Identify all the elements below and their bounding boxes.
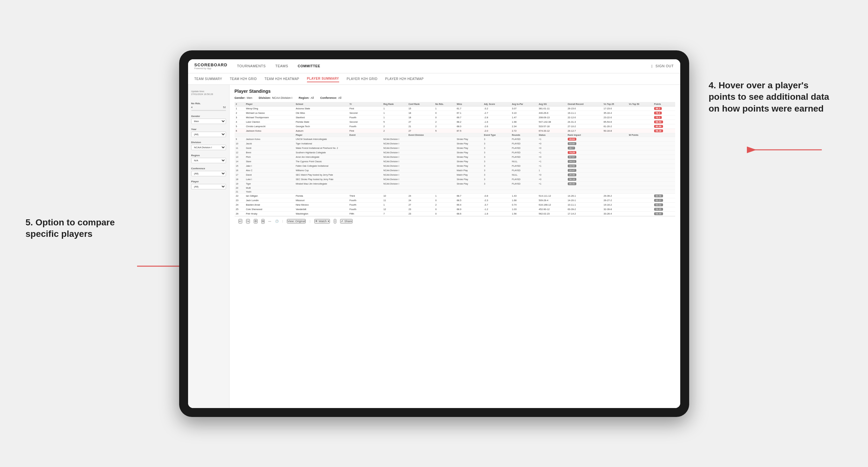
annotation-left: 5. Option to compare specific players [26,217,134,240]
nav-teams[interactable]: TEAMS [275,63,288,69]
nav-divider: | [652,64,652,68]
sign-out[interactable]: Sign out [655,63,674,69]
sub-nav-team-summary[interactable]: TEAM SUMMARY [194,76,222,82]
expanded-event-row[interactable]: 9 Jackson Koivu UNCW Seahawk Intercolleg… [235,137,675,141]
gender-select[interactable]: Men [191,119,226,124]
table-row[interactable]: 24 Bastien Amat New Mexico Fourth 1 27 2… [235,203,675,207]
right-arrow [742,137,822,162]
expanded-event-row[interactable]: 10 Jacob Tiger Invitational NCAA Divisio… [235,141,675,146]
toolbar-sep2: | [310,220,310,223]
col-school: School [294,102,348,106]
no-rds-section: No Rds. 4 52 [191,102,226,111]
year-select[interactable]: (All) [191,132,226,137]
sub-nav: TEAM SUMMARY TEAM H2H GRID TEAM H2H HEAT… [188,73,680,85]
sub-nav-team-h2h-heatmap[interactable]: TEAM H2H HEATMAP [265,76,299,82]
top-nav: SCOREBOARD Powered by clipp TOURNAMENTS … [188,59,680,73]
share-btn[interactable]: ⇗ Share [340,219,352,223]
table-row[interactable]: 2 Michael La Sasso Ole Miss Second 1 18 … [235,111,675,115]
bottom-toolbar: ↩ ↪ ⚙ ⧉ — 🕐 | View: Original | 👁 Watch ▾ [235,216,675,226]
expanded-event-row[interactable]: 15 Jake I Fallen Oak Collegiate Invitati… [235,163,675,168]
filter-gender: Gender: Men [235,96,252,99]
expanded-event-row[interactable]: 16 Alex C Williams Cup NCAA Division I M… [235,168,675,173]
col-avg-to-par: Avg to-Par [511,102,537,106]
expanded-event-row[interactable]: 18 Luke I SEC Stroke Play hosted by Jerr… [235,177,675,181]
table-row[interactable]: 1 Wenyi Ding Arizona State First 1 15 1 … [235,106,675,111]
region-select[interactable]: N/A [191,158,226,163]
main-content: Update time: 27/01/2024 16:56:26 No Rds.… [188,85,680,408]
table-row[interactable]: 3 Michael Thorbjornsen Stanford Fourth 1… [235,115,675,120]
table-row[interactable]: 5 Christo Lamprecht Georgia Tech Fourth … [235,124,675,128]
filter-conference: Conference: All [320,96,342,99]
expanded-event-row[interactable]: 14 Stare The Cypress Point Classic NCAA … [235,159,675,163]
standings-title: Player Standings [235,89,675,94]
col-points: Points [653,102,675,106]
expanded-event-row[interactable]: 17 David SEC Match Play hosted by Jerry … [235,173,675,177]
col-overall: Overall Record [566,102,602,106]
conference-section: Conference (All) [191,167,226,176]
clock-btn[interactable]: 🕐 [275,220,279,223]
gender-section: Gender Men [191,115,226,124]
sub-nav-player-h2h-grid[interactable]: PLAYER H2H GRID [347,76,378,82]
conference-select[interactable]: (All) [191,171,226,176]
logo-text: SCOREBOARD [194,62,227,67]
slider[interactable] [191,110,226,111]
standings-table: # Player School Yr Reg Rank Conf Rank No… [235,102,675,216]
table-row[interactable]: 6 Jackson Koivu Auburn First 2 27 5 87.5… [235,128,675,133]
view-original-btn[interactable]: View: Original [287,219,306,223]
nav-right: | Sign out [652,63,674,69]
region-section: Region N/A [191,154,226,163]
col-reg-rank: Reg Rank [382,102,407,106]
sub-nav-team-h2h-grid[interactable]: TEAM H2H GRID [230,76,257,82]
watch-btn[interactable]: 👁 Watch ▾ [314,219,330,223]
expanded-event-row[interactable]: 12 Breni Southern Highlands Collegiate N… [235,150,675,155]
player-select[interactable]: (All) [191,184,226,189]
settings-btn[interactable]: ⚙ [254,219,257,223]
table-row[interactable]: 25 Cole Sherwood Vanderbilt Fourth 12 23… [235,207,675,211]
expanded-event-row[interactable]: 11 Gordi Wake Forest Invitational at Pin… [235,146,675,150]
nav-items: TOURNAMENTS TEAMS COMMITTEE [237,63,651,69]
tablet-frame: SCOREBOARD Powered by clipp TOURNAMENTS … [179,50,689,417]
col-conf-rank: Conf Rank [407,102,434,106]
col-avg-sg: Avg SG [537,102,566,106]
logo-sub: Powered by clipp [194,67,227,69]
col-rank: # [235,102,245,106]
logo-area: SCOREBOARD Powered by clipp [194,62,227,69]
copy-btn[interactable]: ⧉ [261,219,265,224]
undo-btn[interactable]: ↩ [239,219,242,223]
division-select[interactable]: NCAA Division I [191,145,226,150]
table-row[interactable]: 4 Luke Clanton Florida State Second 5 27… [235,120,675,124]
filter-division: Division: NCAA Division I [259,96,292,99]
sidebar: Update time: 27/01/2024 16:56:26 No Rds.… [188,85,229,408]
table-row[interactable]: 22 Ian Gilligan Florida Third 10 24 1 68… [235,193,675,198]
dash-btn[interactable]: — [269,220,271,223]
col-yr: Yr [348,102,382,106]
annotation-right: 4. Hover over a player's points to see a… [709,80,830,115]
export-btn[interactable]: ↑ [334,219,337,223]
table-row[interactable]: 26 Petr Hruby Washington Fifth 7 23 0 68… [235,211,675,216]
nav-tournaments[interactable]: TOURNAMENTS [237,63,266,69]
col-adj-score: Adj. Score [483,102,511,106]
expanded-header-row: Player Event Event Division Event Type R… [235,133,675,137]
expanded-event-row[interactable]: 21 Yoshi [235,190,675,193]
filter-region: Region: All [299,96,314,99]
update-time: Update time: 27/01/2024 16:56:26 [191,90,226,96]
toolbar-sep: | [282,220,283,223]
redo-btn[interactable]: ↪ [246,219,250,223]
col-player: Player [245,102,294,106]
expanded-event-row[interactable]: 13 Plich Amer Am Intercollegiate NCAA Di… [235,155,675,159]
tablet-screen: SCOREBOARD Powered by clipp TOURNAMENTS … [188,59,680,408]
expanded-event-row[interactable]: 19 Tiger Mirabel Maui Jim Intercollegiat… [235,181,675,186]
standings-panel: Player Standings Gender: Men Division: N… [229,85,680,408]
slider-container [191,110,226,111]
division-section: Division NCAA Division I [191,141,226,150]
sub-nav-player-summary[interactable]: PLAYER SUMMARY [307,75,339,82]
nav-committee[interactable]: COMMITTEE [298,63,320,69]
expanded-event-row[interactable]: 20 Muttl [235,186,675,190]
table-row[interactable]: 23 Jack Lundin Missouri Fourth 11 24 0 6… [235,198,675,203]
col-vs-top50: Vs Top 50 [628,102,653,106]
sub-nav-player-h2h-heatmap[interactable]: PLAYER H2H HEATMAP [385,76,424,82]
filter-row: Gender: Men Division: NCAA Division I Re… [235,96,675,99]
col-no-rds: No Rds. [434,102,455,106]
col-wins: Wins [456,102,483,106]
year-section: Year (All) [191,128,226,137]
